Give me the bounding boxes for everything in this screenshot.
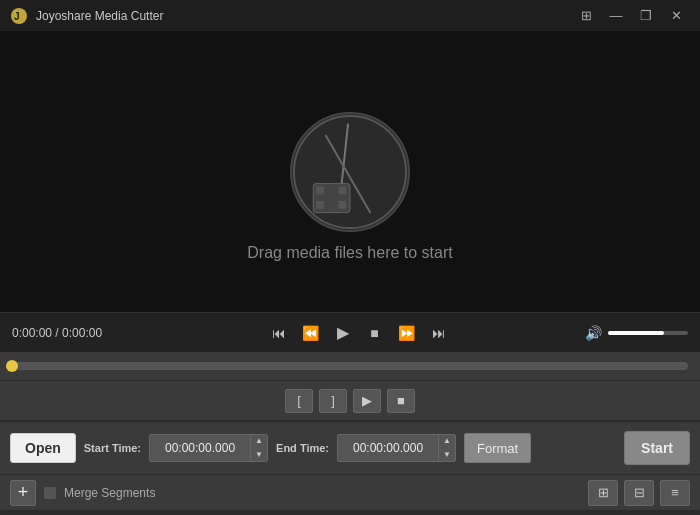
title-bar: J Joyoshare Media Cutter ⊞ — ❐ ✕ — [0, 0, 700, 32]
play-button[interactable]: ▶ — [329, 319, 357, 347]
segment-controls: [ ] ▶ ■ — [0, 380, 700, 420]
app-logo: J — [10, 7, 28, 25]
start-time-input[interactable] — [150, 441, 250, 455]
start-time-label: Start Time: — [84, 442, 141, 454]
svg-rect-5 — [316, 187, 324, 195]
footer-right-buttons: ⊞ ⊟ ≡ — [588, 480, 690, 506]
segment-stop-button[interactable]: ■ — [387, 389, 415, 413]
minimize-button[interactable]: — — [602, 4, 630, 28]
start-time-down[interactable]: ▼ — [251, 448, 267, 462]
volume-icon: 🔊 — [585, 325, 602, 341]
volume-fill — [608, 331, 664, 335]
timeline-thumb[interactable] — [6, 360, 18, 372]
time-display: 0:00:00 / 0:00:00 — [12, 326, 132, 340]
footer-export-button[interactable]: ⊟ — [624, 480, 654, 506]
start-time-spinner: ▲ ▼ — [250, 434, 267, 462]
end-time-down[interactable]: ▼ — [439, 448, 455, 462]
start-button[interactable]: Start — [624, 431, 690, 465]
footer-list-button[interactable]: ≡ — [660, 480, 690, 506]
volume-slider[interactable] — [608, 331, 688, 335]
close-button[interactable]: ✕ — [662, 4, 690, 28]
svg-rect-6 — [338, 187, 346, 195]
drag-text: Drag media files here to start — [247, 244, 452, 262]
mark-end-button[interactable]: ] — [319, 389, 347, 413]
svg-rect-7 — [316, 201, 324, 209]
skip-back-button[interactable]: ⏮ — [265, 319, 293, 347]
controls-bar: 0:00:00 / 0:00:00 ⏮ ⏪ ▶ ■ ⏩ ⏭ 🔊 — [0, 312, 700, 352]
window-control-grid[interactable]: ⊞ — [572, 4, 600, 28]
end-time-up[interactable]: ▲ — [439, 434, 455, 448]
footer-bar: + Merge Segments ⊞ ⊟ ≡ — [0, 474, 700, 510]
step-back-button[interactable]: ⏪ — [297, 319, 325, 347]
end-time-spinner: ▲ ▼ — [438, 434, 455, 462]
film-graphic — [292, 112, 408, 232]
open-button[interactable]: Open — [10, 433, 76, 463]
svg-rect-8 — [338, 201, 346, 209]
bottom-controls: Open Start Time: ▲ ▼ End Time: ▲ ▼ Forma… — [0, 420, 700, 474]
window-controls: ⊞ — ❐ ✕ — [572, 4, 690, 28]
end-time-input-wrap: ▲ ▼ — [337, 434, 456, 462]
timeline-area[interactable] — [0, 352, 700, 380]
video-area[interactable]: Drag media files here to start — [0, 32, 700, 312]
maximize-button[interactable]: ❐ — [632, 4, 660, 28]
merge-indicator — [44, 487, 56, 499]
add-segment-button[interactable]: + — [10, 480, 36, 506]
skip-fwd-button[interactable]: ⏭ — [425, 319, 453, 347]
start-time-input-wrap: ▲ ▼ — [149, 434, 268, 462]
end-time-input[interactable] — [338, 441, 438, 455]
merge-label: Merge Segments — [64, 486, 155, 500]
segment-play-button[interactable]: ▶ — [353, 389, 381, 413]
step-fwd-button[interactable]: ⏩ — [393, 319, 421, 347]
timeline-track[interactable] — [12, 362, 688, 370]
footer-grid-button[interactable]: ⊞ — [588, 480, 618, 506]
app-title: Joyoshare Media Cutter — [36, 9, 572, 23]
playback-controls: ⏮ ⏪ ▶ ■ ⏩ ⏭ — [132, 319, 585, 347]
format-button[interactable]: Format — [464, 433, 531, 463]
film-circle-icon — [290, 112, 410, 232]
mark-start-button[interactable]: [ — [285, 389, 313, 413]
svg-text:J: J — [14, 11, 20, 22]
stop-button[interactable]: ■ — [361, 319, 389, 347]
end-time-label: End Time: — [276, 442, 329, 454]
volume-area: 🔊 — [585, 325, 688, 341]
start-time-up[interactable]: ▲ — [251, 434, 267, 448]
